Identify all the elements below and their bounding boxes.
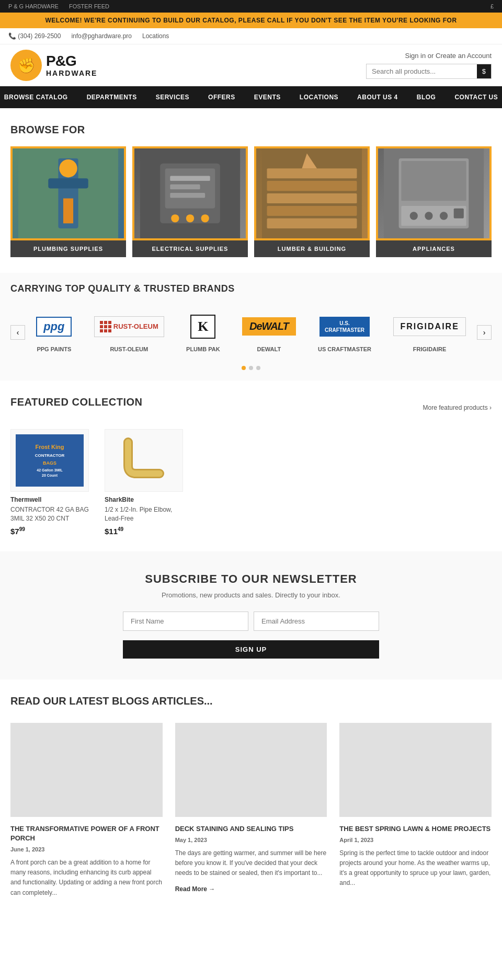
auth-or: or — [428, 52, 434, 60]
category-lumber-label: LUMBER & BUILDING — [254, 240, 370, 257]
logo-pg: P&G — [46, 53, 97, 70]
blog-img-2 — [339, 723, 492, 817]
top-bar: P & G HARDWARE FOSTER FEED £ — [0, 0, 502, 13]
blog-img-0 — [10, 723, 163, 817]
announcement-text: WELCOME! WE'RE CONTINUING TO BUILD OUR C… — [45, 17, 457, 24]
category-plumbing-label: PLUMBING SUPPLIES — [10, 240, 126, 257]
category-plumbing-img — [10, 146, 126, 240]
top-bar-left: P & G HARDWARE FOSTER FEED — [8, 3, 109, 9]
brands-next-arrow[interactable]: › — [477, 325, 492, 340]
brand-rustoleum[interactable]: RUST-OLEUM RUST-OLEUM — [89, 307, 169, 358]
brand-uscm-logo: U.S.CRAFTMASTER — [320, 312, 370, 341]
category-plumbing[interactable]: PLUMBING SUPPLIES — [10, 146, 126, 257]
top-bar-link-pg[interactable]: P & G HARDWARE — [8, 3, 59, 9]
svg-point-8 — [171, 214, 179, 222]
blog-section-title: READ OUR LATEST BLOGS ARTICLES... — [10, 695, 492, 707]
svg-rect-13 — [170, 193, 205, 198]
brand-keeney-logo: K — [190, 312, 215, 341]
rustoleum-grid-icon — [100, 321, 111, 332]
currency-icon: £ — [490, 3, 494, 9]
svg-rect-12 — [170, 185, 200, 190]
brand-uscm[interactable]: U.S.CRAFTMASTER US CRAFTMASTER — [313, 307, 376, 358]
nav-departments[interactable]: DEPARTMENTS — [77, 86, 146, 108]
dot-2[interactable] — [249, 366, 253, 370]
category-electrical[interactable]: ELECTRICAL SUPPLIES — [132, 146, 248, 257]
category-electrical-img — [132, 146, 248, 240]
search-button[interactable]: $ — [477, 64, 491, 78]
blog-card-1: DECK STAINING AND SEALING TIPS May 1, 20… — [175, 723, 327, 904]
nav-locations[interactable]: LOCATIONS — [290, 86, 348, 108]
brand-ppg[interactable]: ppg PPG PAINTS — [31, 307, 77, 358]
search-bar: $ — [366, 64, 492, 79]
create-account-link[interactable]: Create an Account — [436, 52, 492, 60]
featured-section: FEATURED COLLECTION More featured produc… — [0, 381, 502, 551]
nav-services[interactable]: SERVICES — [146, 86, 199, 108]
svg-rect-19 — [267, 218, 357, 228]
product-price-0: $799 — [10, 526, 94, 536]
brand-dewalt-name: DEWALT — [257, 346, 281, 352]
blog-read-more-1[interactable]: Read More → — [175, 885, 215, 893]
nav-about-us[interactable]: ABOUT US 4 — [348, 86, 407, 108]
blog-card-0: THE TRANSFORMATIVE POWER OF A FRONT PORC… — [10, 723, 163, 904]
header-right: Sign in or Create an Account $ — [366, 52, 492, 79]
brand-rustoleum-name: RUST-OLEUM — [110, 346, 148, 352]
phone-number: 📞 (304) 269-2500 — [8, 32, 61, 40]
email-link[interactable]: info@pghardware.pro — [71, 32, 132, 40]
product-card-0[interactable]: Frost King CONTRACTOR BAGS 42 Gallon 3MI… — [10, 429, 94, 536]
product-name-0: CONTRACTOR 42 GA BAG 3MIL 32 X50 20 CNT — [10, 505, 94, 523]
category-electrical-label: ELECTRICAL SUPPLIES — [132, 240, 248, 257]
sign-in-link[interactable]: Sign in — [405, 52, 426, 60]
nav-offers[interactable]: OFFERS — [199, 86, 245, 108]
blog-card-2: THE BEST SPRING LAWN & HOME PROJECTS Apr… — [339, 723, 492, 904]
carousel-dots — [10, 366, 492, 370]
newsletter-email-input[interactable] — [254, 612, 379, 631]
svg-rect-17 — [267, 193, 357, 203]
brand-frigidaire[interactable]: FRIGIDAIRE FRIGIDAIRE — [388, 307, 471, 358]
logo-icon: ✊ — [10, 50, 42, 81]
nav-blog[interactable]: BLOG — [407, 86, 446, 108]
svg-point-24 — [410, 212, 418, 220]
search-input[interactable] — [367, 64, 477, 78]
blog-title-1: DECK STAINING AND SEALING TIPS — [175, 824, 327, 834]
dot-1[interactable] — [242, 366, 246, 370]
logo[interactable]: ✊ P&G HARDWARE — [10, 50, 97, 81]
nav-events[interactable]: EVENTS — [245, 86, 290, 108]
brand-dewalt[interactable]: DeWALT DEWALT — [237, 307, 301, 358]
nav-browse-catalog[interactable]: BROWSE CATALOG — [0, 86, 77, 108]
brands-section: CARRYING TOP QUALITY & TRUSTED BRANDS ‹ … — [0, 273, 502, 381]
category-lumber[interactable]: LUMBER & BUILDING — [254, 146, 370, 257]
blog-excerpt-1: The days are getting warmer, and summer … — [175, 848, 327, 879]
blog-date-1: May 1, 2023 — [175, 837, 327, 843]
brand-rustoleum-logo: RUST-OLEUM — [94, 312, 164, 341]
svg-rect-11 — [170, 176, 210, 181]
locations-link[interactable]: Locations — [142, 32, 169, 40]
blog-title-2: THE BEST SPRING LAWN & HOME PROJECTS — [339, 824, 492, 834]
product-card-1[interactable]: SharkBite 1/2 x 1/2-In. Pipe Elbow, Lead… — [105, 429, 188, 536]
newsletter-firstname-input[interactable] — [123, 612, 248, 631]
browse-title: BROWSE FOR — [10, 124, 492, 136]
contact-bar: 📞 (304) 269-2500 info@pghardware.pro Loc… — [0, 28, 502, 44]
brand-uscm-name: US CRAFTMASTER — [318, 346, 371, 352]
more-featured-link[interactable]: More featured products › — [423, 404, 492, 411]
brand-ppg-name: PPG PAINTS — [37, 346, 71, 352]
brand-ppg-logo: ppg — [36, 312, 72, 341]
svg-rect-15 — [267, 168, 357, 178]
featured-header: FEATURED COLLECTION More featured produc… — [10, 396, 492, 419]
svg-point-9 — [186, 214, 194, 222]
category-appliances-img — [376, 146, 492, 240]
phone-icon: 📞 — [8, 32, 16, 40]
brands-prev-arrow[interactable]: ‹ — [10, 325, 25, 340]
main-nav: BROWSE CATALOG DEPARTMENTS SERVICES OFFE… — [0, 86, 502, 108]
nav-contact-us[interactable]: CONTACT US — [445, 86, 502, 108]
product-grid: Frost King CONTRACTOR BAGS 42 Gallon 3MI… — [10, 429, 492, 536]
brand-keeney-name: PLUMB PAK — [186, 346, 220, 352]
dot-3[interactable] — [256, 366, 260, 370]
category-appliances[interactable]: APPLIANCES — [376, 146, 492, 257]
logo-text: P&G HARDWARE — [46, 53, 97, 77]
brand-keeney[interactable]: K PLUMB PAK — [181, 307, 225, 358]
newsletter-subtitle: Promotions, new products and sales. Dire… — [10, 591, 492, 599]
top-bar-link-foster[interactable]: FOSTER FEED — [69, 3, 109, 9]
newsletter-signup-button[interactable]: SIGN UP — [123, 640, 379, 659]
logo-hardware: HARDWARE — [46, 70, 97, 77]
svg-point-3 — [59, 159, 77, 177]
